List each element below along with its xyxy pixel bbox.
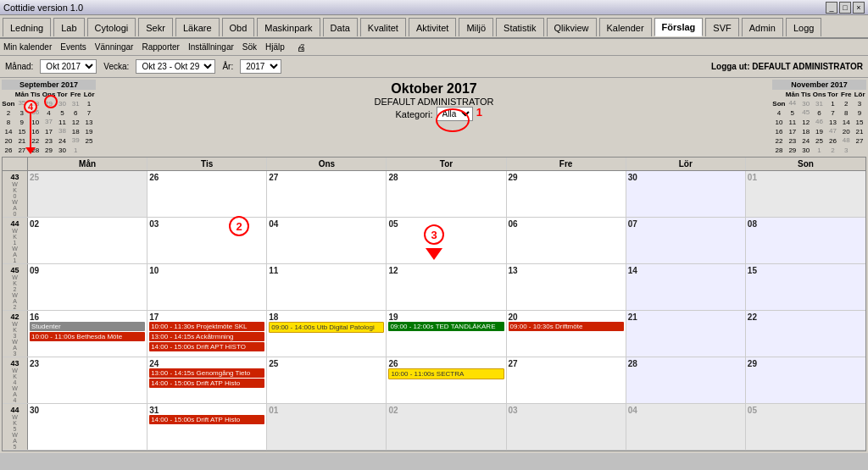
menu-item-inställningar[interactable]: Inställningar	[188, 42, 234, 52]
nav-btn-maskinpark[interactable]: Maskinpark	[257, 18, 320, 36]
mini-right-day[interactable]: 6	[813, 108, 826, 118]
mini-left-day[interactable]: 24	[55, 136, 69, 146]
calendar-day[interactable]: 06	[507, 218, 626, 263]
week-number-cell[interactable]: 44WK5WA5	[3, 404, 28, 450]
mini-left-day[interactable]: 28	[29, 99, 42, 108]
mini-right-day[interactable]: 31	[813, 99, 826, 108]
mini-left-day[interactable]: 19	[82, 127, 96, 136]
calendar-day[interactable]: 15	[746, 264, 865, 310]
mini-right-day[interactable]: 22	[772, 136, 786, 146]
mini-left-day[interactable]: 31	[69, 99, 82, 108]
calendar-day[interactable]: 10	[147, 264, 267, 310]
calendar-day[interactable]: 03	[147, 218, 267, 263]
mini-left-day[interactable]: 30	[55, 99, 69, 108]
menu-item-rapporter[interactable]: Rapporter	[142, 42, 179, 52]
menu-item-hjälp[interactable]: Hjälp	[265, 42, 285, 52]
calendar-day[interactable]: 26	[147, 171, 267, 217]
mini-right-week-num[interactable]: 44	[786, 99, 799, 108]
mini-left-day[interactable]: 10	[29, 118, 42, 127]
calendar-day[interactable]: 1710:00 - 11:30s Projektmöte SKL13:00 - …	[147, 311, 267, 357]
mini-left-day[interactable]: 15	[15, 127, 29, 136]
calendar-day[interactable]: 2610:00 - 11:00s SECTRA	[387, 357, 506, 403]
month-select[interactable]: Okt 2017	[40, 59, 97, 74]
mini-left-week-num[interactable]: 39	[69, 136, 82, 146]
mini-left-day[interactable]: 9	[15, 118, 29, 127]
calendar-day[interactable]: 05	[387, 218, 506, 263]
calendar-day[interactable]: 05	[746, 404, 865, 450]
mini-left-day[interactable]: 8	[2, 118, 15, 127]
mini-right-day[interactable]: 20	[839, 127, 853, 136]
calendar-day[interactable]: 01	[267, 404, 387, 450]
mini-left-week-num[interactable]: 36	[29, 108, 42, 118]
mini-right-week-num[interactable]: 46	[813, 118, 826, 127]
nav-btn-data[interactable]: Data	[323, 18, 358, 36]
calendar-event[interactable]: 09:00 - 12:00s TED TANDLÄKARE	[388, 322, 504, 331]
mini-right-day[interactable]: 28	[772, 146, 786, 155]
week-number-cell[interactable]: 42WK3WA3	[3, 311, 28, 357]
mini-left-day[interactable]: 14	[2, 127, 15, 136]
calendar-day[interactable]: 07	[626, 218, 746, 263]
mini-right-day[interactable]: 7	[826, 108, 839, 118]
calendar-day[interactable]: 12	[387, 264, 506, 310]
mini-right-day[interactable]: 9	[853, 108, 866, 118]
mini-right-day[interactable]: 30	[799, 99, 813, 108]
calendar-day[interactable]: 23	[28, 357, 147, 403]
nav-btn-cytologi[interactable]: Cytologi	[87, 18, 136, 36]
mini-right-week-num[interactable]: 45	[799, 108, 813, 118]
calendar-event[interactable]: 09:00 - 10:30s Driftmöte	[509, 322, 624, 331]
mini-right-day[interactable]: 8	[839, 108, 853, 118]
calendar-day[interactable]: 01	[746, 171, 865, 217]
mini-right-day[interactable]: 21	[853, 127, 866, 136]
calendar-day[interactable]: 13	[507, 264, 626, 310]
mini-left-day[interactable]: 26	[2, 146, 15, 155]
week-number-cell[interactable]: 43WK0WA0	[3, 171, 28, 217]
close-button[interactable]: ×	[853, 2, 865, 14]
mini-left-day[interactable]: 13	[82, 118, 96, 127]
mini-left-day[interactable]: 2	[2, 108, 15, 118]
mini-right-day[interactable]: 29	[786, 146, 799, 155]
menu-item-vänningar[interactable]: Vänningar	[95, 42, 134, 52]
year-select[interactable]: 2017	[240, 59, 281, 74]
calendar-day[interactable]: 25	[267, 357, 387, 403]
calendar-day[interactable]: 02	[28, 218, 147, 263]
mini-left-day[interactable]: 1	[69, 146, 82, 155]
calendar-day[interactable]: 1809:00 - 14:00s Utb Digital Patologi	[267, 311, 387, 357]
nav-btn-miljö[interactable]: Miljö	[459, 18, 493, 36]
calendar-event[interactable]: 09:00 - 14:00s Utb Digital Patologi	[269, 322, 384, 333]
calendar-day[interactable]: 30	[28, 404, 147, 450]
mini-right-day[interactable]: 5	[786, 108, 799, 118]
mini-left-day[interactable]: 18	[69, 127, 82, 136]
calendar-day[interactable]: 09	[28, 264, 147, 310]
mini-right-day[interactable]: 2	[826, 146, 839, 155]
calendar-day[interactable]: 28	[626, 357, 746, 403]
calendar-event[interactable]: 10:00 - 11:00s Bethesda Möte	[30, 332, 145, 341]
mini-left-day[interactable]: 12	[69, 118, 82, 127]
mini-left-day[interactable]: 1	[82, 99, 96, 108]
calendar-day[interactable]: 11	[267, 264, 387, 310]
nav-btn-förslag[interactable]: Förslag	[654, 18, 704, 36]
calendar-day[interactable]: 28	[387, 171, 506, 217]
mini-right-day[interactable]: 1	[813, 146, 826, 155]
window-controls[interactable]: _ □ ×	[826, 2, 865, 14]
calendar-day[interactable]: 25	[28, 171, 147, 217]
nav-btn-lab[interactable]: Lab	[53, 18, 84, 36]
mini-left-day[interactable]: 30	[55, 146, 69, 155]
calendar-event[interactable]: 14:00 - 15:00s Drift ATP Histo	[149, 379, 264, 388]
mini-right-day[interactable]: 27	[853, 136, 866, 146]
mini-left-day[interactable]: 17	[42, 127, 56, 136]
mini-left-day[interactable]: 23	[42, 136, 56, 146]
mini-right-day[interactable]: 3	[853, 99, 866, 108]
calendar-day[interactable]: 03	[507, 404, 626, 450]
nav-btn-läkare[interactable]: Läkare	[175, 18, 220, 36]
nav-btn-kalender[interactable]: Kalender	[599, 18, 652, 36]
mini-left-day[interactable]: 16	[29, 127, 42, 136]
mini-right-day[interactable]: 3	[839, 146, 853, 155]
nav-btn-obd[interactable]: Obd	[222, 18, 255, 36]
nav-btn-logg[interactable]: Logg	[786, 18, 821, 36]
mini-left-day[interactable]: 22	[29, 136, 42, 146]
nav-btn-statistik[interactable]: Statistik	[496, 18, 544, 36]
calendar-day[interactable]: 1909:00 - 12:00s TED TANDLÄKARE	[387, 311, 506, 357]
nav-btn-sekr[interactable]: Sekr	[138, 18, 173, 36]
mini-left-day[interactable]: 29	[42, 146, 56, 155]
nav-btn-ledning[interactable]: Ledning	[3, 18, 51, 36]
